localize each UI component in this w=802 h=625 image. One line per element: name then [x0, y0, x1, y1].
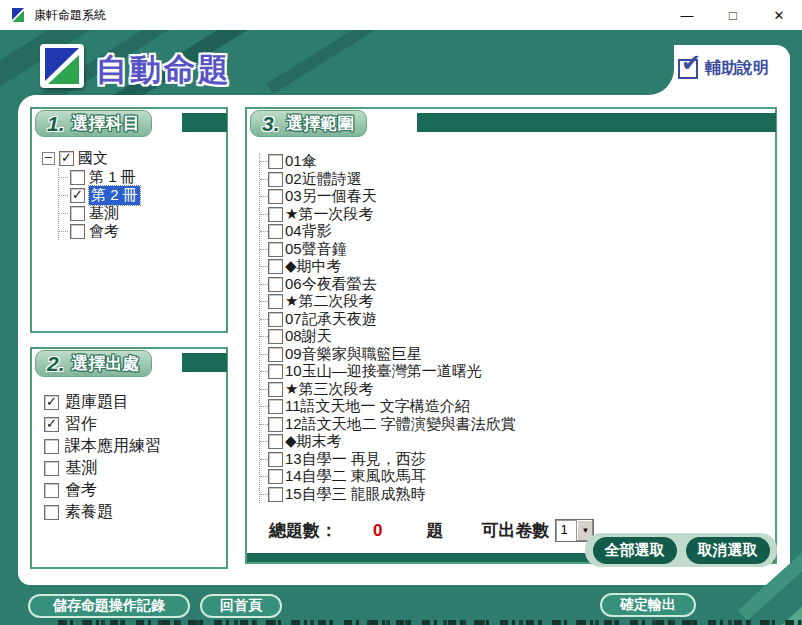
range-label[interactable]: 12語文天地二 字體演變與書法欣賞 [285, 415, 516, 434]
range-row: ◆期末考 [260, 433, 775, 451]
range-label[interactable]: 06今夜看螢去 [285, 275, 377, 294]
range-checkbox[interactable] [268, 452, 283, 467]
select-all-button[interactable]: 全部選取 [593, 537, 677, 564]
source-label[interactable]: 題庫題目 [65, 392, 129, 413]
range-checkbox[interactable] [268, 329, 283, 344]
range-row: 05聲音鐘 [260, 241, 775, 259]
range-label[interactable]: ★第一次段考 [285, 205, 373, 224]
range-label[interactable]: 04背影 [285, 222, 332, 241]
papers-label: 可出卷數 [481, 519, 549, 542]
app-window: 康軒命題系統 — □ ✕ 自動命題 ✔ 輔助說明 1 [0, 0, 802, 625]
source-checkbox[interactable] [44, 483, 59, 498]
panel-1-header: 1. 選擇科目 [32, 109, 226, 139]
range-checkbox[interactable] [268, 469, 283, 484]
header-bar [182, 113, 227, 132]
range-checkbox[interactable] [268, 487, 283, 502]
clipped-status-text [58, 620, 802, 625]
panel-select-range: 3. 選擇範圍 01傘 02近體詩選 03另一個春天 [245, 107, 777, 564]
range-label[interactable]: 03另一個春天 [285, 187, 377, 206]
range-checkbox[interactable] [268, 154, 283, 169]
tree-row: 基測 [59, 204, 226, 222]
step-title: 選擇範圍 [287, 112, 355, 135]
range-label[interactable]: ◆期末考 [285, 432, 342, 451]
range-row: 03另一個春天 [260, 188, 775, 206]
range-checkbox[interactable] [268, 189, 283, 204]
range-row: 14自學二 東風吹馬耳 [260, 468, 775, 486]
range-checkbox[interactable] [268, 347, 283, 362]
confirm-output-button[interactable]: 確定輸出 [600, 593, 696, 617]
range-checkbox[interactable] [268, 399, 283, 414]
range-checkbox[interactable] [268, 382, 283, 397]
deselect-all-button[interactable]: 取消選取 [686, 537, 770, 564]
range-label[interactable]: 08謝天 [285, 327, 332, 346]
range-list: 01傘 02近體詩選 03另一個春天 ★第一次段考 [259, 153, 775, 503]
minimize-icon[interactable]: — [664, 0, 710, 30]
save-log-button[interactable]: 儲存命題操作記錄 [28, 594, 190, 618]
tree-item-checkbox[interactable] [70, 170, 85, 185]
totals-row: 總題數： 0 題 可出卷數 1 ▼ [269, 519, 594, 542]
range-checkbox[interactable] [268, 277, 283, 292]
range-checkbox[interactable] [268, 294, 283, 309]
range-label[interactable]: 02近體詩選 [285, 170, 362, 189]
range-label[interactable]: 15自學三 龍眼成熟時 [285, 485, 426, 504]
range-label[interactable]: ★第二次段考 [285, 292, 373, 311]
source-checkbox[interactable] [44, 505, 59, 520]
step-number: 2. [47, 352, 65, 376]
tree-item-label[interactable]: 會考 [89, 222, 119, 241]
source-checkbox[interactable] [44, 395, 59, 410]
tree-item-checkbox[interactable] [70, 188, 85, 203]
tree-item-label[interactable]: 第 2 冊 [89, 186, 140, 205]
tree-item-checkbox[interactable] [70, 224, 85, 239]
range-label[interactable]: 07記承天夜遊 [285, 310, 377, 329]
range-checkbox[interactable] [268, 172, 283, 187]
range-label[interactable]: 10玉山—迎接臺灣第一道曙光 [285, 362, 482, 381]
subject-root-checkbox[interactable] [59, 151, 74, 166]
source-label[interactable]: 會考 [65, 480, 97, 501]
range-label[interactable]: 09音樂家與職籃巨星 [285, 345, 422, 364]
range-checkbox[interactable] [268, 312, 283, 327]
panel-select-source: 2. 選擇出處 題庫題目 習作 課本應用練習 [30, 347, 228, 569]
tree-item-label[interactable]: 基測 [89, 204, 119, 223]
range-checkbox[interactable] [268, 364, 283, 379]
range-checkbox[interactable] [268, 417, 283, 432]
range-row: 06今夜看螢去 [260, 276, 775, 294]
panel-select-subject: 1. 選擇科目 國文 第 1 冊 第 2 [30, 107, 228, 333]
collapse-icon[interactable] [42, 152, 55, 165]
range-label[interactable]: ◆期中考 [285, 257, 342, 276]
source-checkbox[interactable] [44, 439, 59, 454]
range-checkbox[interactable] [268, 207, 283, 222]
range-row: 13自學一 再見，西莎 [260, 451, 775, 469]
range-label[interactable]: 05聲音鐘 [285, 240, 347, 259]
range-row: 15自學三 龍眼成熟時 [260, 486, 775, 504]
tree-root-label[interactable]: 國文 [78, 149, 108, 168]
close-icon[interactable]: ✕ [756, 0, 802, 30]
decorative-stripe [267, 30, 494, 94]
tree-item-checkbox[interactable] [70, 206, 85, 221]
source-checkbox[interactable] [44, 417, 59, 432]
home-button[interactable]: 回首頁 [200, 594, 282, 618]
panel-3-header: 3. 選擇範圍 [247, 109, 775, 139]
source-label[interactable]: 素養題 [65, 502, 113, 523]
range-label[interactable]: 13自學一 再見，西莎 [285, 450, 426, 469]
range-label[interactable]: ★第三次段考 [285, 380, 373, 399]
range-label[interactable]: 14自學二 東風吹馬耳 [285, 467, 426, 486]
range-row: 09音樂家與職籃巨星 [260, 346, 775, 364]
source-label[interactable]: 習作 [65, 414, 97, 435]
source-row: 基測 [44, 457, 226, 479]
range-label[interactable]: 11語文天地一 文字構造介紹 [285, 397, 470, 416]
source-label[interactable]: 基測 [65, 458, 97, 479]
range-checkbox[interactable] [268, 224, 283, 239]
tree-item-label[interactable]: 第 1 冊 [89, 168, 136, 187]
range-checkbox[interactable] [268, 259, 283, 274]
selection-button-group: 全部選取 取消選取 [585, 533, 777, 567]
maximize-icon[interactable]: □ [710, 0, 756, 30]
range-row: 11語文天地一 文字構造介紹 [260, 398, 775, 416]
range-checkbox[interactable] [268, 434, 283, 449]
panel-2-header: 2. 選擇出處 [32, 349, 226, 379]
range-checkbox[interactable] [268, 242, 283, 257]
help-link[interactable]: ✔ 輔助說明 [678, 58, 769, 79]
source-label[interactable]: 課本應用練習 [65, 436, 161, 457]
range-label[interactable]: 01傘 [285, 152, 317, 171]
source-checkbox[interactable] [44, 461, 59, 476]
range-row: 04背影 [260, 223, 775, 241]
